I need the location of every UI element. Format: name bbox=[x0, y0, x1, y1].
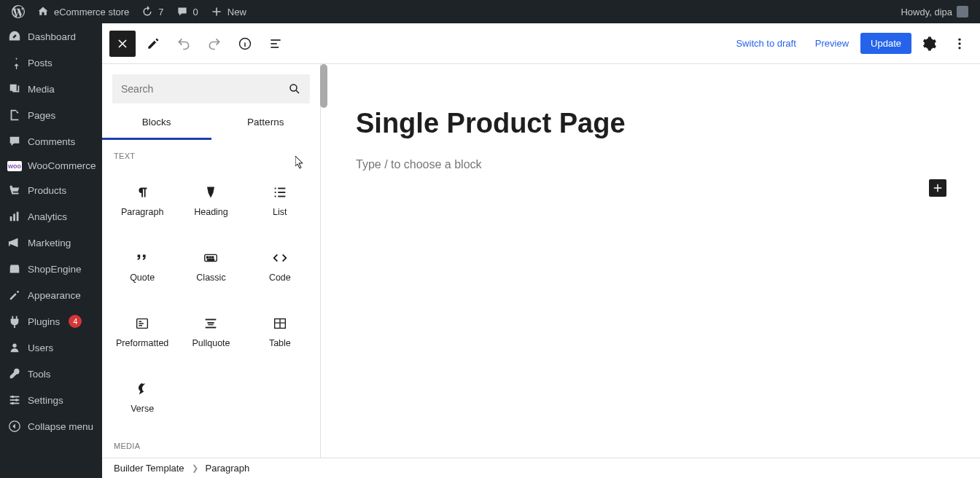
settings-icon bbox=[7, 393, 22, 407]
sidebar-item-label: Analytics bbox=[28, 211, 67, 222]
updates-link[interactable]: 7 bbox=[135, 0, 169, 23]
block-inserter-panel: Blocks Patterns TEXT Paragraph Heading bbox=[102, 64, 321, 458]
breadcrumb-parent[interactable]: Builder Template bbox=[114, 463, 184, 474]
block-code[interactable]: Code bbox=[246, 233, 314, 299]
sidebar-item-users[interactable]: Users bbox=[0, 334, 102, 361]
sidebar-item-dashboard[interactable]: Dashboard bbox=[0, 23, 102, 50]
section-title-media: MEDIA bbox=[102, 430, 320, 458]
sidebar-item-marketing[interactable]: Marketing bbox=[0, 230, 102, 256]
block-classic[interactable]: Classic bbox=[176, 233, 245, 299]
block-preformatted[interactable]: Preformatted bbox=[108, 299, 176, 364]
sidebar-item-products[interactable]: Products bbox=[0, 177, 102, 203]
search-field-wrap[interactable] bbox=[112, 74, 310, 103]
sidebar-item-label: Marketing bbox=[28, 238, 71, 248]
sidebar-item-shopengine[interactable]: ShopEngine bbox=[0, 256, 102, 282]
sidebar-item-tools[interactable]: Tools bbox=[0, 361, 102, 387]
sidebar-item-label: Comments bbox=[28, 136, 75, 147]
block-verse[interactable]: Verse bbox=[108, 364, 176, 430]
edit-mode-button[interactable] bbox=[140, 31, 166, 57]
outline-button[interactable] bbox=[262, 31, 289, 57]
sidebar-item-appearance[interactable]: Appearance bbox=[0, 282, 102, 308]
block-list[interactable]: List bbox=[246, 168, 314, 233]
add-block-button[interactable] bbox=[929, 179, 946, 197]
svg-rect-19 bbox=[278, 188, 285, 189]
tab-patterns[interactable]: Patterns bbox=[211, 109, 321, 140]
classic-icon bbox=[202, 249, 219, 267]
sidebar-item-label: ShopEngine bbox=[28, 264, 82, 275]
page-title[interactable]: Single Product Page bbox=[356, 108, 945, 139]
block-breadcrumb: Builder Template ❯ Paragraph bbox=[102, 458, 980, 478]
svg-rect-33 bbox=[209, 324, 214, 325]
breadcrumb-current[interactable]: Paragraph bbox=[206, 463, 250, 474]
info-button[interactable] bbox=[232, 31, 258, 57]
comments-link[interactable]: 0 bbox=[170, 0, 204, 23]
block-quote[interactable]: Quote bbox=[108, 233, 176, 299]
sidebar-item-woocommerce[interactable]: woo WooCommerce bbox=[0, 154, 102, 177]
user-menu[interactable]: Howdy, dipa bbox=[895, 0, 974, 23]
sidebar-item-posts[interactable]: Posts bbox=[0, 50, 102, 76]
editor-canvas[interactable]: Single Product Page Type / to choose a b… bbox=[321, 64, 980, 458]
sidebar-item-settings[interactable]: Settings bbox=[0, 387, 102, 413]
switch-draft-link[interactable]: Switch to draft bbox=[728, 38, 803, 49]
svg-point-17 bbox=[958, 47, 960, 49]
analytics-icon bbox=[7, 209, 22, 224]
wordpress-icon bbox=[12, 5, 25, 18]
comment-icon bbox=[176, 5, 189, 18]
close-inserter-button[interactable] bbox=[109, 31, 136, 57]
collapse-icon bbox=[7, 419, 22, 434]
settings-gear-button[interactable] bbox=[916, 31, 942, 57]
preformatted-icon bbox=[133, 315, 151, 332]
svg-rect-24 bbox=[274, 196, 276, 197]
pages-icon bbox=[7, 108, 22, 122]
block-table[interactable]: Table bbox=[246, 299, 314, 364]
media-icon bbox=[7, 82, 22, 96]
search-input[interactable] bbox=[121, 83, 288, 95]
sidebar-item-plugins[interactable]: Plugins 4 bbox=[0, 308, 102, 334]
sidebar-item-label: Pages bbox=[28, 110, 55, 121]
undo-button[interactable] bbox=[171, 31, 197, 57]
block-heading[interactable]: Heading bbox=[176, 168, 245, 233]
svg-rect-12 bbox=[271, 39, 280, 41]
sidebar-item-collapse[interactable]: Collapse menu bbox=[0, 413, 102, 439]
sidebar-item-label: Users bbox=[28, 342, 53, 353]
sidebar-item-label: Media bbox=[28, 84, 55, 95]
tab-blocks[interactable]: Blocks bbox=[102, 109, 211, 140]
block-paragraph[interactable]: Paragraph bbox=[108, 168, 176, 233]
sidebar-item-pages[interactable]: Pages bbox=[0, 102, 102, 128]
sidebar-item-media[interactable]: Media bbox=[0, 76, 102, 102]
svg-rect-34 bbox=[206, 327, 217, 329]
svg-rect-31 bbox=[206, 319, 217, 321]
refresh-icon bbox=[141, 5, 154, 18]
marketing-icon bbox=[7, 235, 22, 250]
svg-point-15 bbox=[958, 38, 960, 40]
editor: Switch to draft Preview Update bbox=[102, 23, 980, 478]
pullquote-icon bbox=[202, 315, 219, 332]
wordpress-logo[interactable] bbox=[6, 0, 31, 23]
preview-link[interactable]: Preview bbox=[808, 38, 856, 49]
plugins-badge: 4 bbox=[69, 315, 82, 328]
site-home-link[interactable]: eCommerce store bbox=[31, 0, 135, 23]
admin-sidebar: Dashboard Posts Media Pages Comments woo… bbox=[0, 23, 102, 478]
sidebar-item-comments[interactable]: Comments bbox=[0, 128, 102, 154]
howdy-text: Howdy, dipa bbox=[901, 7, 952, 17]
chevron-right-icon: ❯ bbox=[192, 463, 198, 473]
updates-count: 7 bbox=[158, 7, 163, 17]
sidebar-item-label: Settings bbox=[28, 395, 63, 406]
sidebar-item-label: Collapse menu bbox=[28, 421, 93, 432]
update-button[interactable]: Update bbox=[860, 33, 911, 54]
sidebar-item-label: WooCommerce bbox=[28, 160, 96, 171]
table-icon bbox=[271, 315, 289, 332]
shopengine-icon bbox=[7, 262, 22, 276]
home-icon bbox=[36, 5, 50, 18]
paragraph-icon bbox=[133, 184, 151, 201]
new-label: New bbox=[228, 7, 246, 17]
sidebar-item-analytics[interactable]: Analytics bbox=[0, 203, 102, 230]
block-pullquote[interactable]: Pullquote bbox=[176, 299, 245, 364]
block-placeholder[interactable]: Type / to choose a block bbox=[356, 158, 945, 171]
redo-button[interactable] bbox=[201, 31, 228, 57]
plugins-icon bbox=[7, 314, 22, 329]
svg-rect-20 bbox=[278, 192, 285, 193]
more-options-button[interactable] bbox=[946, 31, 973, 57]
new-link[interactable]: New bbox=[204, 0, 252, 23]
inserter-tabs: Blocks Patterns bbox=[102, 109, 320, 140]
